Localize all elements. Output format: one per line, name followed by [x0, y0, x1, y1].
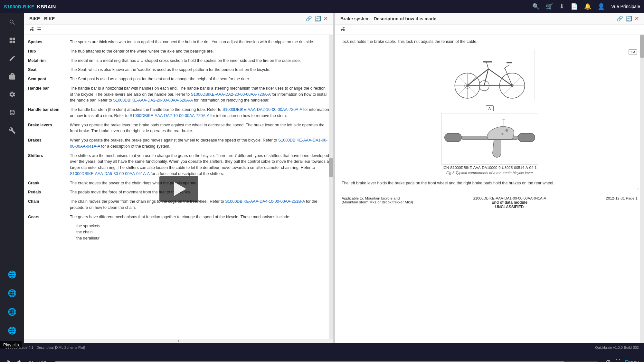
sidebar-globe1[interactable]: 🌐: [5, 268, 19, 281]
brake-lever-figure: A: [342, 105, 638, 175]
right-panel-title: Brake system - Description of how it is …: [340, 16, 436, 21]
video-play-overlay[interactable]: [159, 176, 198, 202]
annotation-icon-top: ☆A: [629, 49, 637, 55]
term-cell: Brake levers: [24, 121, 66, 136]
sidebar-item-dashboard[interactable]: [6, 34, 18, 46]
desc-cell: The handle bar is a horizontal bar with …: [66, 84, 333, 105]
term-cell: Spokes: [24, 37, 66, 47]
sidebar-item-edit[interactable]: [6, 52, 18, 64]
left-panel-header: BIKE - BIKE 🔗 🔄 ✕: [24, 13, 333, 24]
sidebar-globe3[interactable]: 🌐: [5, 305, 19, 319]
scroll-top-arrow[interactable]: [24, 35, 333, 39]
link-icon[interactable]: 🔗: [306, 15, 312, 22]
svg-rect-28: [518, 133, 535, 142]
volume-icon: [17, 359, 23, 362]
list-icon[interactable]: ☰: [37, 26, 42, 33]
desc-cell: The gears have different mechanisms that…: [66, 212, 333, 222]
right-link-icon[interactable]: 🔗: [617, 15, 623, 22]
close-icon[interactable]: ✕: [324, 15, 328, 22]
bell-icon[interactable]: 🔔: [584, 3, 591, 10]
right-panel-intro-text: lock nut holds the brake cable. This loc…: [342, 38, 638, 45]
settings-button[interactable]: ⚙: [606, 358, 611, 362]
time-display: 0:45 / 0:48: [28, 360, 47, 362]
media-volume-button[interactable]: [17, 359, 23, 362]
brand-label: Ennov: [625, 359, 639, 362]
current-time: 0:45: [28, 360, 36, 362]
sidebar-item-search[interactable]: [6, 16, 18, 28]
desc-cell: When you operate the brakes, the brake p…: [66, 136, 333, 151]
right-print-icon[interactable]: 🖨: [340, 26, 346, 32]
brake-lever-svg: [441, 113, 538, 165]
handlebar-install-link[interactable]: S1000DBIKE-AAA-DA2-20-00-00AA-720A-A: [191, 92, 270, 97]
left-panel-controls: 🔗 🔄 ✕: [306, 15, 328, 22]
sidebar-globe4[interactable]: 🌐: [5, 324, 19, 338]
desc-cell: the sprockets the chain the derailleur: [66, 221, 333, 243]
sidebar-bottom: 🌐 🌐 🌐 🌐: [5, 268, 19, 343]
term-cell: Handle bar: [24, 84, 66, 105]
right-refresh-icon[interactable]: 🔄: [626, 15, 632, 22]
figure-caption: Fig 3 Typical components of a mountain b…: [342, 171, 638, 175]
search-icon[interactable]: 🔍: [532, 3, 539, 10]
user-icon[interactable]: 👤: [598, 3, 605, 10]
table-row: Hub The hub attaches to the center of th…: [24, 47, 333, 56]
table-row: Brakes When you operate the brakes, the …: [24, 136, 333, 151]
scroll-track[interactable]: [329, 35, 333, 343]
term-cell: Brakes: [24, 136, 66, 151]
right-scroll-thumb[interactable]: [640, 35, 644, 58]
media-play-button[interactable]: [5, 358, 12, 362]
svg-point-30: [501, 133, 503, 135]
desc-cell: The metal rim is a metal ring that has a…: [66, 56, 333, 65]
desc-cell: The shifters are the mechanisms that you…: [66, 151, 333, 179]
stem-install-link[interactable]: S1000DBIKE-AAA-DA2-10-00-00AA-720A-A: [223, 107, 302, 112]
desc-cell: The spokes are thick wires with tension …: [66, 37, 333, 47]
brake-lever-annotation-icon: A: [486, 105, 494, 111]
status-right: Quickbrain v1.0.0-Build-002: [595, 346, 639, 349]
left-sidebar: 🌐 🌐 🌐 🌐: [0, 13, 24, 343]
right-scroll-track[interactable]: [640, 34, 644, 343]
right-panel-toolbar: 🖨: [335, 24, 644, 34]
desc-cell: The crank moves the power to the chain r…: [66, 179, 333, 188]
sidebar-item-briefcase[interactable]: [6, 70, 18, 83]
left-panel-content[interactable]: Spokes The spokes are thick wires with t…: [24, 35, 333, 343]
right-panel-content[interactable]: lock nut holds the brake cable. This loc…: [335, 34, 644, 343]
player-right-controls: ⚙ ⛶ Ennov: [606, 358, 639, 362]
shifters-link[interactable]: S1000DBIKE-AAA-DA5-30-00-00AA-041A-A: [70, 171, 149, 176]
right-expand-arrow[interactable]: ›: [637, 186, 639, 191]
desc-cell: The Seat post is used as a support post …: [66, 74, 333, 84]
fullscreen-button[interactable]: ⛶: [615, 359, 620, 362]
cart-icon[interactable]: 🛒: [546, 3, 553, 10]
sidebar-item-tools[interactable]: [6, 124, 18, 137]
footer-end-label: End of data module: [473, 200, 546, 205]
term-cell: Crank: [24, 179, 66, 188]
right-panel: Brake system - Description of how it is …: [335, 13, 644, 343]
sidebar-globe2[interactable]: 🌐: [5, 287, 19, 300]
table-row: Brake levers When you operate the brake …: [24, 121, 333, 136]
brakes-link[interactable]: S1000DBIKE-AAA-DA1-00-00-00AA-041A-A: [70, 138, 327, 149]
figure-id: ICN-S1000DBIKE-AAA-DA10000-0-U8025-00514…: [342, 166, 638, 170]
right-panel-body-text: The left brake lever holds the brake pad…: [342, 180, 638, 186]
term-cell: Chain: [24, 197, 66, 212]
download-icon[interactable]: ⬇: [559, 3, 564, 10]
sidebar-item-database[interactable]: [6, 106, 18, 119]
footer-mid: S1000DBIKE-AAA-DA1-00-00-00AA-041A-A End…: [473, 196, 546, 209]
table-row: the sprockets the chain the derailleur: [24, 221, 333, 243]
stem-remove-link[interactable]: S1000DBIKE-AAA-DA2-10-00-00AA-720A-A: [130, 113, 209, 118]
refresh-icon[interactable]: 🔄: [315, 15, 321, 22]
print-icon[interactable]: 🖨: [29, 26, 34, 33]
right-panel-header: Brake system - Description of how it is …: [335, 13, 644, 24]
document-icon[interactable]: 📄: [571, 3, 578, 10]
footer-applicable: Applicable to: Mountain bicycle and(Moun…: [342, 196, 413, 204]
left-panel-toolbar: 🖨 ☰: [24, 24, 333, 35]
handlebar-remove-link[interactable]: S1000DBIKE-AAA-DA2-20-00-00AA-520A-A: [113, 98, 193, 103]
right-panel-controls: 🔗 🔄 ✕: [617, 15, 639, 22]
svg-line-19: [504, 65, 509, 69]
sidebar-item-settings[interactable]: [6, 88, 18, 101]
term-cell: Hub: [24, 47, 66, 56]
chain-link[interactable]: S1000DBIKE-AAA-DA4-10-00-00AA-251B-A: [225, 199, 305, 204]
scroll-thumb[interactable]: [329, 158, 333, 177]
content-area: BIKE - BIKE 🔗 🔄 ✕ 🖨 ☰ Spokes The spokes …: [24, 13, 644, 343]
app-title: S1000D-BIKE: [4, 4, 34, 9]
right-close-icon[interactable]: ✕: [635, 15, 639, 22]
scroll-bottom-arrow[interactable]: ▼: [24, 339, 333, 343]
play-button-triangle: [174, 182, 186, 196]
